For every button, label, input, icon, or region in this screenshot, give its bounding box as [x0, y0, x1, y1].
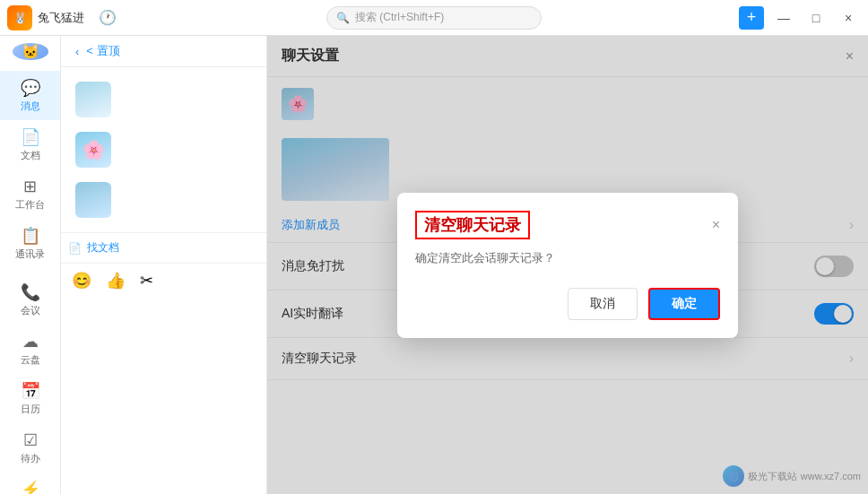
list-item[interactable]: 🌸 [68, 125, 259, 175]
chat-list-panel: ‹ < 置顶 🌸 [61, 36, 267, 494]
maximize-button[interactable]: □ [803, 6, 829, 30]
settings-panel: 聊天设置 × 🌸 添加新成员 › 消息免打扰 [267, 36, 868, 494]
app-name: 兔飞猛进 [38, 10, 84, 26]
sidebar-item-cloud[interactable]: ☁ 云盘 [0, 325, 60, 374]
back-label: < 置顶 [86, 43, 119, 59]
sidebar-label-meeting: 会议 [21, 304, 40, 317]
chat-top-area: 🌸 [61, 67, 266, 232]
history-icon[interactable]: 🕐 [99, 9, 117, 26]
cloud-icon: ☁ [22, 332, 39, 351]
like-icon[interactable]: 👍 [106, 271, 126, 290]
sidebar-label-todo: 待办 [21, 452, 40, 465]
dialog-title: 清空聊天记录 [415, 211, 530, 239]
todo-icon: ☑ [23, 430, 38, 450]
ding-icon: ⚡ [21, 480, 40, 494]
avatar: 🌸 [75, 132, 111, 168]
dialog-overlay: 清空聊天记录 × 确定清空此会话聊天记录？ 取消 确定 [267, 36, 868, 494]
close-button[interactable]: × [836, 6, 861, 30]
calendar-icon: 📅 [21, 381, 40, 401]
sidebar-item-docs[interactable]: 📄 文档 [0, 120, 60, 169]
clear-chat-dialog: 清空聊天记录 × 确定清空此会话聊天记录？ 取消 确定 [397, 193, 738, 338]
sidebar: 🐱 💬 消息 📄 文档 ⊞ 工作台 📋 通讯录 📞 会议 ☁ 云盘 📅 日历 [0, 36, 61, 494]
sidebar-label-contacts: 通讯录 [15, 247, 45, 261]
minimize-button[interactable]: — [771, 6, 796, 30]
workspace-icon: ⊞ [23, 177, 37, 196]
main-area: 🐱 💬 消息 📄 文档 ⊞ 工作台 📋 通讯录 📞 会议 ☁ 云盘 📅 日历 [0, 36, 868, 494]
emoji-icon[interactable]: 😊 [72, 271, 91, 290]
docs-icon: 📄 [21, 127, 40, 147]
sidebar-label-cloud: 云盘 [21, 353, 40, 367]
find-doc-label: 找文档 [87, 240, 119, 256]
search-placeholder: 搜索 (Ctrl+Shift+F) [355, 10, 444, 25]
emoji-toolbar: 😊 👍 ✂ [61, 263, 266, 298]
search-icon: 🔍 [336, 12, 350, 24]
add-button[interactable]: + [739, 6, 764, 30]
contacts-icon: 📋 [21, 226, 40, 246]
sidebar-item-todo[interactable]: ☑ 待办 [0, 423, 60, 472]
content-area: ‹ < 置顶 🌸 [61, 36, 868, 494]
cut-icon[interactable]: ✂ [140, 271, 153, 290]
meeting-icon: 📞 [21, 282, 40, 302]
back-chevron-icon: ‹ [75, 45, 79, 58]
dialog-message: 确定清空此会话聊天记录？ [415, 250, 720, 266]
list-item[interactable] [68, 74, 259, 125]
window-controls: + — □ × [739, 6, 861, 30]
sidebar-item-calendar[interactable]: 📅 日历 [0, 374, 60, 423]
sidebar-item-messages[interactable]: 💬 消息 [0, 71, 60, 120]
dialog-header: 清空聊天记录 × [415, 211, 720, 239]
avatar [75, 82, 111, 117]
dialog-close-button[interactable]: × [712, 217, 720, 233]
sidebar-label-docs: 文档 [21, 149, 40, 162]
logo-icon: 🐰 [7, 5, 32, 30]
list-item[interactable] [68, 175, 259, 225]
sidebar-item-meeting[interactable]: 📞 会议 [0, 275, 60, 325]
find-document-row[interactable]: 📄 找文档 [61, 232, 266, 263]
sidebar-label-messages: 消息 [21, 100, 40, 113]
sidebar-item-contacts[interactable]: 📋 通讯录 [0, 219, 60, 268]
dialog-actions: 取消 确定 [415, 288, 720, 320]
cancel-button[interactable]: 取消 [568, 288, 638, 320]
titlebar: 🐰 兔飞猛进 🕐 🔍 搜索 (Ctrl+Shift+F) + — □ × [0, 0, 868, 36]
avatar[interactable]: 🐱 [13, 43, 48, 60]
search-bar[interactable]: 🔍 搜索 (Ctrl+Shift+F) [326, 6, 542, 30]
sidebar-label-calendar: 日历 [21, 403, 40, 416]
sidebar-label-workspace: 工作台 [15, 198, 45, 212]
avatar [75, 182, 111, 218]
app-logo: 🐰 兔飞猛进 [7, 5, 84, 30]
find-doc-icon: 📄 [68, 242, 82, 255]
messages-icon: 💬 [21, 78, 40, 98]
back-nav[interactable]: ‹ < 置顶 [61, 36, 266, 67]
sidebar-item-ding[interactable]: ⚡ DING [0, 472, 60, 494]
sidebar-item-workspace[interactable]: ⊞ 工作台 [0, 169, 60, 219]
confirm-button[interactable]: 确定 [648, 288, 720, 320]
